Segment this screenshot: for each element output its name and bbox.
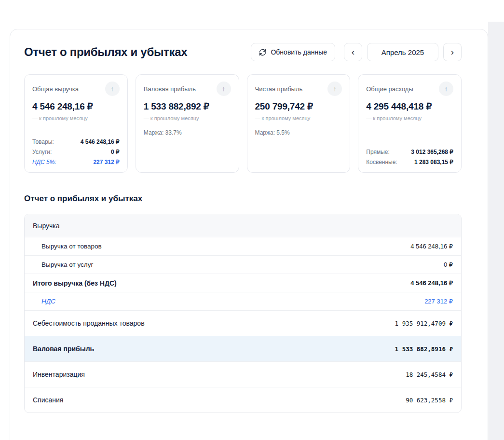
breakdown-value: 3 012 365,268 ₽ — [411, 149, 453, 155]
row-label: Валовая прибыль — [33, 345, 94, 353]
chevron-right-icon: › — [451, 47, 454, 57]
row-value: 4 546 248,16 ₽ — [410, 279, 453, 287]
breakdown-value: 227 312 ₽ — [93, 159, 119, 165]
card-margin-note: Маржа: 5.5% — [255, 129, 342, 136]
breakdown-label: Товары: — [32, 138, 54, 145]
period-label: Апрель 2025 — [381, 48, 424, 56]
page-title: Отчет о прибылях и убытках — [24, 45, 187, 59]
breakdown-value: 0 ₽ — [111, 149, 120, 155]
kpi-card-gross-profit: Валовая прибыль ↑ 1 533 882,892 ₽ — к пр… — [136, 74, 239, 173]
row-value: 1 533 882,8916 ₽ — [395, 345, 453, 353]
table-row: Выручка от услуг 0 ₽ — [25, 255, 461, 274]
refresh-data-button[interactable]: Обновить данные — [251, 43, 335, 61]
table-group-row: Выручка — [25, 214, 461, 237]
breakdown-row: Товары: 4 546 248,16 ₽ — [32, 138, 120, 145]
header-controls: Обновить данные ‹ Апрель 2025 › — [251, 43, 462, 61]
arrow-up-icon: ↑ — [222, 85, 225, 92]
card-trend-button[interactable]: ↑ — [217, 82, 231, 96]
row-label: Выручка — [33, 222, 60, 230]
card-value: 4 546 248,16 ₽ — [32, 101, 120, 112]
card-label: Общая выручка — [32, 85, 79, 93]
table-row: Инвентаризация 18 245,4584 ₽ — [25, 361, 461, 387]
card-subtitle: — к прошлому месяцу — [366, 115, 453, 121]
period-selector-button[interactable]: Апрель 2025 — [367, 43, 438, 61]
prev-month-button[interactable]: ‹ — [344, 43, 362, 61]
row-value: 90 623,2558 ₽ — [406, 397, 453, 404]
section-title: Отчет о прибылях и убытках — [24, 194, 462, 204]
refresh-button-label: Обновить данные — [271, 48, 327, 56]
row-label: НДС — [41, 298, 55, 305]
breakdown-row: Косвенные: 1 283 083,15 ₽ — [366, 159, 453, 165]
row-label: Списания — [33, 396, 63, 404]
report-header: Отчет о прибылях и убытках Обновить данн… — [24, 43, 462, 61]
card-trend-button[interactable]: ↑ — [327, 82, 342, 96]
table-row: Выручка от товаров 4 546 248,16 ₽ — [25, 237, 461, 255]
table-total-row: Итого выручка (без НДС) 4 546 248,16 ₽ — [25, 274, 461, 292]
row-value: 0 ₽ — [444, 261, 453, 268]
card-label: Чистая прибыль — [255, 85, 303, 93]
card-header: Валовая прибыль ↑ — [144, 82, 231, 96]
kpi-card-total-revenue: Общая выручка ↑ 4 546 248,16 ₽ — к прошл… — [24, 74, 128, 173]
card-label: Общие расходы — [366, 85, 413, 93]
card-header: Общие расходы ↑ — [366, 82, 453, 96]
row-label: Выручка от услуг — [41, 261, 93, 268]
breakdown-label: НДС 5%: — [32, 159, 56, 165]
breakdown-label: Прямые: — [366, 149, 390, 155]
row-label: Себестоимость проданных товаров — [33, 319, 145, 327]
card-header: Общая выручка ↑ — [32, 82, 120, 96]
row-label: Выручка от товаров — [41, 243, 102, 250]
card-subtitle: — к прошлому месяцу — [32, 115, 120, 121]
breakdown-value: 4 546 248,16 ₽ — [81, 138, 120, 145]
row-value: 18 245,4584 ₽ — [406, 371, 453, 378]
row-value: 4 546 248,16 ₽ — [410, 243, 453, 250]
card-breakdown: Товары: 4 546 248,16 ₽ Услуги: 0 ₽ НДС 5… — [32, 138, 120, 165]
breakdown-label: Услуги: — [32, 149, 52, 155]
card-value: 250 799,742 ₽ — [255, 101, 342, 112]
next-month-button[interactable]: › — [443, 43, 462, 61]
card-label: Валовая прибыль — [144, 85, 196, 93]
card-breakdown: Прямые: 3 012 365,268 ₽ Косвенные: 1 283… — [366, 149, 453, 165]
card-trend-button[interactable]: ↑ — [105, 82, 120, 96]
kpi-card-net-profit: Чистая прибыль ↑ 250 799,742 ₽ — к прошл… — [247, 74, 351, 173]
kpi-card-total-expenses: Общие расходы ↑ 4 295 448,418 ₽ — к прош… — [358, 74, 462, 173]
arrow-up-icon: ↑ — [333, 85, 337, 92]
chevron-left-icon: ‹ — [352, 47, 354, 57]
report-panel: Отчет о прибылях и убытках Обновить данн… — [10, 29, 488, 440]
page-background-strip — [488, 22, 504, 440]
breakdown-label: Косвенные: — [366, 159, 397, 165]
card-header: Чистая прибыль ↑ — [255, 82, 342, 96]
table-row: Себестоимость проданных товаров 1 935 91… — [25, 310, 461, 336]
row-label: Итого выручка (без НДС) — [33, 279, 117, 287]
breakdown-row-vat: НДС 5%: 227 312 ₽ — [32, 159, 120, 165]
row-value: 1 935 912,4709 ₽ — [395, 320, 453, 327]
card-value: 4 295 448,418 ₽ — [366, 101, 453, 112]
card-subtitle: — к прошлому месяцу — [255, 115, 342, 121]
arrow-up-icon: ↑ — [110, 85, 114, 92]
breakdown-row: Услуги: 0 ₽ — [32, 149, 120, 155]
pnl-table: Выручка Выручка от товаров 4 546 248,16 … — [24, 214, 462, 413]
breakdown-value: 1 283 083,15 ₽ — [414, 159, 453, 165]
refresh-icon — [259, 49, 266, 56]
kpi-cards: Общая выручка ↑ 4 546 248,16 ₽ — к прошл… — [24, 74, 462, 173]
breakdown-row: Прямые: 3 012 365,268 ₽ — [366, 149, 453, 155]
row-label: Инвентаризация — [33, 371, 85, 378]
table-highlight-row: Валовая прибыль 1 533 882,8916 ₽ — [25, 336, 461, 361]
card-subtitle: — к прошлому месяцу — [144, 115, 231, 121]
card-margin-note: Маржа: 33.7% — [144, 129, 231, 136]
card-trend-button[interactable]: ↑ — [439, 82, 453, 96]
row-value: 227 312 ₽ — [424, 298, 453, 305]
card-value: 1 533 882,892 ₽ — [144, 101, 231, 112]
table-vat-row: НДС 227 312 ₽ — [25, 292, 461, 310]
arrow-up-icon: ↑ — [445, 85, 448, 92]
table-row: Списания 90 623,2558 ₽ — [25, 387, 461, 412]
